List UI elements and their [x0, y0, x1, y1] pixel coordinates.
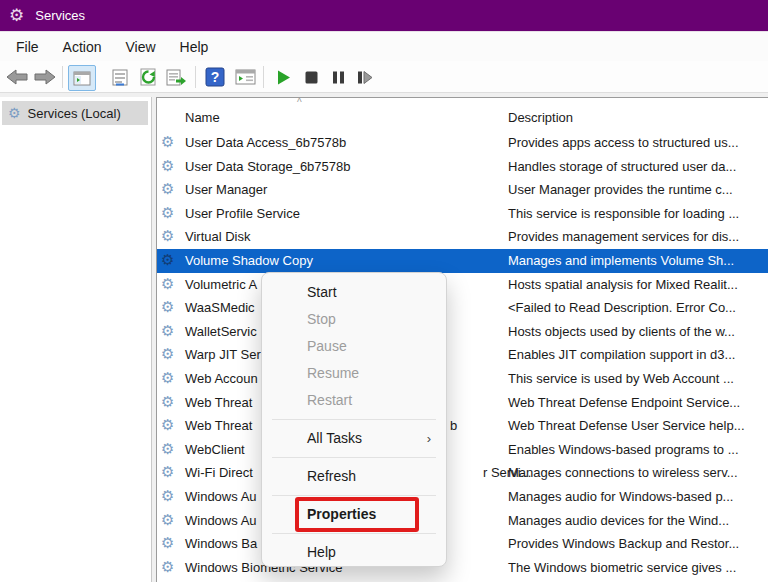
- context-menu-item-label: Help: [307, 544, 336, 560]
- service-gear-icon: ⚙: [161, 441, 174, 456]
- services-list: ^ Name Description ⚙User Data Access_6b7…: [156, 97, 768, 582]
- export-list-button[interactable]: [164, 65, 189, 89]
- service-name: Virtual Disk: [185, 229, 251, 244]
- context-menu-item-label: Start: [307, 284, 337, 300]
- service-description: Web Threat Defense User Service help...: [508, 418, 745, 433]
- service-name: Windows Ba: [185, 536, 257, 551]
- toolbar-separator: [62, 66, 63, 88]
- service-row[interactable]: ⚙Warp JIT SerEnables JIT compilation sup…: [157, 343, 768, 367]
- service-gear-icon: ⚙: [161, 370, 174, 385]
- service-description: Hosts objects used by clients of the w..…: [508, 324, 735, 339]
- context-menu-item-stop: Stop: [262, 306, 446, 333]
- context-menu-item-refresh[interactable]: Refresh: [262, 463, 446, 490]
- service-gear-icon: ⚙: [161, 488, 174, 503]
- title-bar: ⚙ Services: [0, 0, 768, 31]
- show-console-tree-button[interactable]: [68, 65, 96, 91]
- context-menu-item-pause: Pause: [262, 333, 446, 360]
- toolbar: ?: [0, 61, 768, 93]
- show-action-pane-button[interactable]: [232, 65, 258, 89]
- service-row[interactable]: ⚙Web ThreatWeb Threat Defense Endpoint S…: [157, 391, 768, 415]
- context-menu-item-properties[interactable]: Properties: [262, 501, 446, 528]
- service-description: Provides Windows Backup and Restor...: [508, 536, 739, 551]
- service-row[interactable]: ⚙Web ThreatWeb Threat Defense User Servi…: [157, 414, 768, 438]
- service-gear-icon: ⚙: [161, 299, 174, 314]
- service-name: Volume Shadow Copy: [185, 253, 313, 268]
- service-gear-icon: ⚙: [161, 394, 174, 409]
- service-gear-icon: ⚙: [161, 323, 174, 338]
- service-name: Windows Au: [185, 513, 257, 528]
- service-gear-icon: ⚙: [161, 134, 174, 149]
- help-button[interactable]: ?: [203, 65, 227, 89]
- service-row[interactable]: ⚙User Data Access_6b7578bProvides apps a…: [157, 131, 768, 155]
- show-action-pane-icon: [235, 69, 256, 85]
- context-menu-item-label: Restart: [307, 392, 352, 408]
- annotation-highlight-box: [295, 497, 419, 532]
- service-row[interactable]: ⚙WebClientEnables Windows-based programs…: [157, 438, 768, 462]
- toolbar-separator: [263, 66, 264, 88]
- service-row[interactable]: ⚙User ManagerUser Manager provides the r…: [157, 178, 768, 202]
- restart-service-icon: [357, 71, 373, 84]
- menu-action[interactable]: Action: [51, 39, 114, 55]
- restart-service-button[interactable]: [354, 65, 376, 89]
- svg-text:?: ?: [211, 69, 220, 85]
- refresh-button[interactable]: [136, 65, 160, 89]
- service-name: Web Threat: [185, 418, 252, 433]
- service-description: This service is used by Web Account ...: [508, 371, 734, 386]
- service-description: Handles storage of structured user da...: [508, 159, 736, 174]
- service-gear-icon: ⚙: [161, 559, 174, 574]
- console-tree-panel: ⚙ Services (Local): [0, 97, 152, 582]
- service-name: User Data Storage_6b7578b: [185, 159, 351, 174]
- menu-file[interactable]: File: [4, 39, 51, 55]
- service-row[interactable]: ⚙Volumetric AHosts spatial analysis for …: [157, 273, 768, 297]
- service-gear-icon: ⚙: [161, 464, 174, 479]
- service-gear-icon: ⚙: [161, 535, 174, 550]
- service-row[interactable]: ⚙Virtual DiskProvides management service…: [157, 225, 768, 249]
- service-gear-icon: ⚙: [161, 228, 174, 243]
- context-menu-item-label: Resume: [307, 365, 359, 381]
- back-button[interactable]: [5, 65, 28, 89]
- service-row[interactable]: ⚙Wi-Fi DirectManages connections to wire…: [157, 461, 768, 485]
- menu-view[interactable]: View: [113, 39, 167, 55]
- service-row[interactable]: ⚙Windows AuManages audio devices for the…: [157, 509, 768, 533]
- service-description: User Manager provides the runtime c...: [508, 182, 733, 197]
- forward-button[interactable]: [33, 65, 56, 89]
- list-header: ^ Name Description: [157, 98, 768, 131]
- service-row[interactable]: ⚙User Data Storage_6b7578bHandles storag…: [157, 155, 768, 179]
- stop-service-button[interactable]: [301, 65, 321, 89]
- service-description: Manages and implements Volume Sh...: [508, 253, 734, 268]
- service-name: User Data Access_6b7578b: [185, 135, 346, 150]
- pause-service-button[interactable]: [328, 65, 348, 89]
- pause-service-icon: [332, 71, 345, 84]
- menu-separator: [272, 419, 436, 420]
- service-gear-icon: ⚙: [161, 181, 174, 196]
- service-row[interactable]: ⚙WaaSMedic<Failed to Read Description. E…: [157, 296, 768, 320]
- column-header-name[interactable]: Name: [185, 110, 220, 125]
- service-row[interactable]: ⚙Windows Biometric ServiceThe Windows bi…: [157, 556, 768, 580]
- service-row[interactable]: ⚙Windows BaProvides Windows Backup and R…: [157, 532, 768, 556]
- service-row[interactable]: ⚙User Profile ServiceThis service is res…: [157, 202, 768, 226]
- service-name: User Profile Service: [185, 206, 300, 221]
- properties-sheet-button[interactable]: [108, 65, 132, 89]
- sidebar-item-services-local[interactable]: ⚙ Services (Local): [2, 101, 148, 125]
- service-name: WaaSMedic: [185, 300, 255, 315]
- context-menu-item-all-tasks[interactable]: All Tasks›: [262, 425, 446, 452]
- service-name: WalletServic: [185, 324, 257, 339]
- column-header-description[interactable]: Description: [508, 110, 573, 125]
- service-row[interactable]: ⚙Web AccounThis service is used by Web A…: [157, 367, 768, 391]
- service-name: Web Accoun: [185, 371, 258, 386]
- service-name-tail: r Servi...: [483, 465, 531, 480]
- service-row[interactable]: ⚙Volume Shadow CopyManages and implement…: [157, 249, 768, 273]
- menu-help[interactable]: Help: [168, 39, 221, 55]
- start-service-button[interactable]: [274, 65, 294, 89]
- service-name: Warp JIT Ser: [185, 347, 261, 362]
- service-description: This service is responsible for loading …: [508, 206, 739, 221]
- context-menu-item-start[interactable]: Start: [262, 279, 446, 306]
- start-service-icon: [277, 70, 291, 85]
- service-description: Hosts spatial analysis for Mixed Realit.…: [508, 277, 738, 292]
- service-row[interactable]: ⚙Windows AuManages audio for Windows-bas…: [157, 485, 768, 509]
- service-row[interactable]: ⚙WalletServicHosts objects used by clien…: [157, 320, 768, 344]
- help-icon: ?: [205, 67, 225, 87]
- context-menu-item-help[interactable]: Help: [262, 539, 446, 566]
- menu-separator: [272, 457, 436, 458]
- toolbar-separator: [195, 66, 196, 88]
